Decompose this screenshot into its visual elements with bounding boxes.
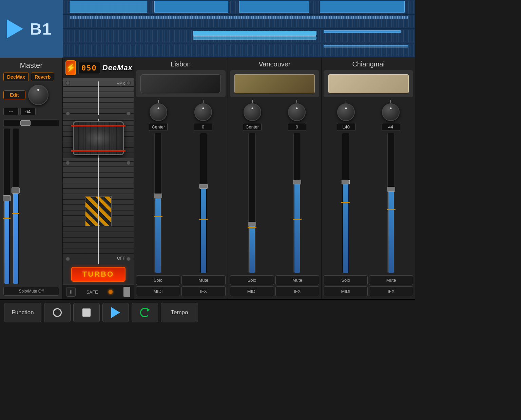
deemax-button[interactable]: DeeMax	[3, 73, 29, 81]
vancouver-solo-btn[interactable]: Solo	[230, 275, 274, 285]
vancouver-midi-btn[interactable]: MIDI	[230, 286, 274, 296]
master-fader-handle-2[interactable]	[12, 187, 20, 194]
chiangmai-solo-btn[interactable]: Solo	[324, 275, 368, 285]
deemax-roller[interactable]	[73, 121, 124, 155]
deemax-footer: ⬆ SAFE	[63, 284, 134, 299]
master-dash-val: ---	[3, 108, 19, 115]
refresh-button[interactable]	[132, 303, 158, 322]
lisbon-mute-btn[interactable]: Mute	[181, 275, 226, 285]
lisbon-vol-knob[interactable]	[194, 103, 212, 121]
master-h-slider-handle[interactable]	[20, 120, 31, 126]
lisbon-pan-knob[interactable]	[150, 103, 167, 121]
channel-vancouver-device	[230, 70, 320, 97]
chiangmai-vol-val: 44	[382, 123, 400, 131]
chiangmai-fader-1-handle[interactable]	[342, 180, 350, 184]
vancouver-val-row: Center 0	[230, 123, 320, 131]
main-area: Master DeeMax Reverb Edit --- 64	[0, 58, 415, 299]
chiangmai-knob-pan	[337, 100, 355, 121]
deemax-slider-line[interactable]	[98, 81, 99, 115]
tempo-button[interactable]: Tempo	[161, 303, 198, 322]
vancouver-ifx-btn[interactable]: IFX	[275, 286, 320, 296]
vancouver-fader-1-handle[interactable]	[248, 222, 256, 226]
lisbon-pan-tick	[158, 100, 159, 103]
lisbon-fader-2-handle[interactable]	[199, 184, 208, 189]
vancouver-knob-vol	[288, 100, 306, 121]
vancouver-vol-knob[interactable]	[288, 103, 306, 121]
lisbon-fader-1-fill	[155, 196, 161, 273]
lisbon-ifx-btn[interactable]: IFX	[181, 286, 226, 296]
lisbon-fader-2[interactable]	[200, 133, 207, 273]
chiangmai-pan-knob[interactable]	[337, 103, 355, 121]
lisbon-fader-2-wrap	[181, 133, 226, 273]
chiangmai-fader-1-fill	[343, 182, 348, 273]
channel-vancouver: Vancouver Center 0	[228, 58, 322, 299]
function-button[interactable]: Function	[4, 303, 41, 322]
master-fader-track-1[interactable]	[3, 128, 10, 284]
vancouver-pan-knob[interactable]	[244, 103, 261, 121]
lisbon-midi-btn[interactable]: MIDI	[136, 286, 180, 296]
master-fader-marker-2	[12, 213, 19, 214]
stop-button[interactable]	[73, 303, 100, 322]
master-val-row: --- 64	[3, 108, 59, 115]
master-knob[interactable]	[28, 85, 49, 105]
vancouver-pan-val: Center	[243, 123, 262, 131]
chiangmai-ifx-btn[interactable]: IFX	[369, 286, 413, 296]
channel-chiangmai: Chiangmai L40 44	[322, 58, 415, 299]
master-fader-1	[3, 128, 10, 284]
vancouver-fader-2-handle[interactable]	[293, 180, 301, 184]
vancouver-fader-1[interactable]	[248, 133, 256, 273]
lisbon-vol-val: 0	[194, 123, 212, 131]
off-label: OFF	[117, 256, 125, 261]
chiangmai-fader-1-marker	[341, 202, 350, 203]
chiangmai-fader-1[interactable]	[342, 133, 349, 273]
reverb-button[interactable]: Reverb	[31, 73, 54, 81]
lisbon-fader-2-fill	[201, 186, 206, 273]
vancouver-mute-btn[interactable]: Mute	[275, 275, 320, 285]
deemax-grill-top: MAX	[63, 78, 134, 119]
lisbon-fader-1-handle[interactable]	[154, 194, 162, 198]
lightning-button[interactable]: ⚡	[65, 60, 76, 75]
vancouver-pan-tick	[252, 100, 253, 103]
master-fader-track-2[interactable]	[12, 128, 19, 284]
vancouver-btns-row-1: Solo Mute	[230, 275, 320, 285]
vancouver-fader-2[interactable]	[293, 133, 301, 273]
vancouver-knobs-row	[230, 100, 320, 121]
chiangmai-fader-2[interactable]	[387, 133, 395, 273]
solo-mute-off-button[interactable]: Solo/Mute Off	[3, 287, 59, 296]
channel-chiangmai-name: Chiangmai	[324, 60, 413, 68]
lisbon-knob-pan	[150, 100, 167, 121]
deemax-hazard-section: OFF	[63, 158, 134, 264]
lisbon-pan-val: Center	[149, 123, 168, 131]
record-button[interactable]	[44, 303, 71, 322]
joystick[interactable]	[123, 287, 130, 297]
deemax-logo: DeeMax	[102, 63, 133, 72]
track-label: B1	[30, 20, 52, 38]
chiangmai-midi-btn[interactable]: MIDI	[324, 286, 368, 296]
deemax-prev-btn[interactable]: ⬆	[66, 287, 76, 297]
edit-button[interactable]: Edit	[3, 91, 25, 99]
bpm-display: 050	[78, 62, 100, 74]
turbo-button[interactable]: TURBO	[71, 267, 126, 282]
chiangmai-mute-btn[interactable]: Mute	[369, 275, 413, 285]
lisbon-fader-1[interactable]	[154, 133, 162, 273]
lisbon-solo-btn[interactable]: Solo	[136, 275, 180, 285]
vancouver-fader-1-marker	[248, 227, 256, 228]
play-button[interactable]	[7, 19, 23, 38]
master-fader-2	[12, 128, 19, 284]
vancouver-fader-2-marker	[293, 219, 302, 220]
play-button-toolbar[interactable]	[102, 303, 129, 322]
vancouver-fader-2-fill	[294, 182, 300, 273]
timeline-play-section: B1	[0, 0, 63, 58]
chiangmai-vol-knob[interactable]	[382, 103, 400, 121]
chiangmai-fader-2-wrap	[369, 133, 413, 273]
deemax-roller-section	[63, 119, 134, 158]
chiangmai-val-row: L40 44	[324, 123, 413, 131]
chiangmai-fader-2-handle[interactable]	[387, 187, 395, 192]
lisbon-fader-2-marker	[199, 219, 208, 220]
timeline-area: B1	[0, 0, 415, 58]
vancouver-fader-1-wrap	[230, 133, 274, 273]
master-h-slider[interactable]	[3, 119, 59, 127]
master-fader-handle-1[interactable]	[3, 195, 11, 201]
vancouver-faders-row	[230, 133, 320, 273]
channel-lisbon: Lisbon Center 0	[134, 58, 228, 299]
